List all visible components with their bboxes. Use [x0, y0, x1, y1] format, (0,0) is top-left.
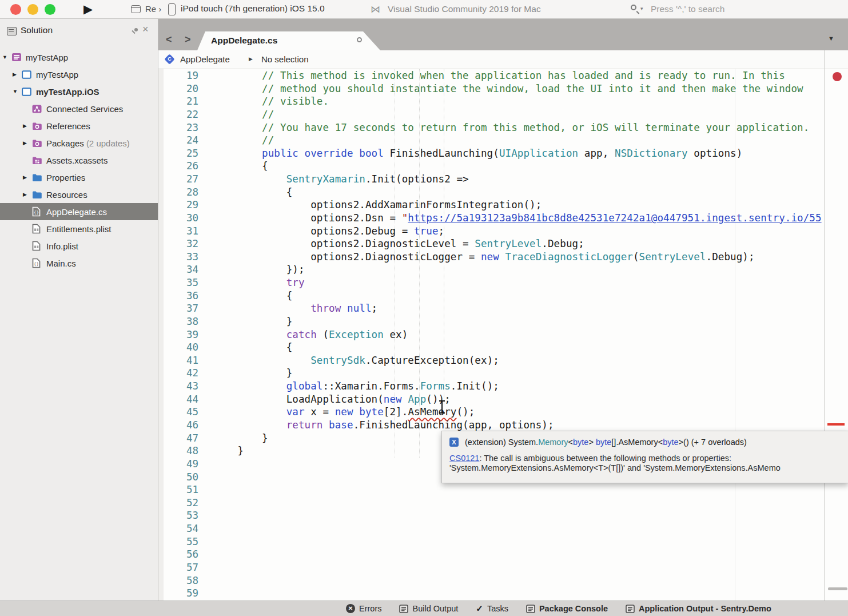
- code-line-52[interactable]: 52: [158, 496, 213, 510]
- code-line-58[interactable]: 58: [158, 574, 213, 587]
- line-number: 50: [158, 471, 198, 484]
- tree-item-packages[interactable]: ▶Packages(2 updates): [0, 134, 158, 152]
- breadcrumb-selection[interactable]: No selection: [261, 54, 309, 64]
- expander-right-icon[interactable]: ▶: [23, 123, 32, 129]
- code-line-30[interactable]: 30 options2.Dsn = "https://5a193123a9b84…: [158, 212, 822, 225]
- line-number: 39: [158, 328, 198, 341]
- line-number: 26: [158, 160, 198, 173]
- code-line-22[interactable]: 22 //: [158, 108, 274, 121]
- expander-right-icon[interactable]: ▶: [23, 174, 32, 180]
- code-line-20[interactable]: 20 // method you should instantiate the …: [158, 82, 803, 96]
- tree-item-label: Assets.xcassets: [46, 156, 108, 165]
- code-line-28[interactable]: 28 {: [158, 186, 292, 199]
- code-line-24[interactable]: 24 //: [158, 134, 274, 147]
- code-line-43[interactable]: 43 global::Xamarin.Forms.Forms.Init();: [158, 380, 499, 393]
- tree-item-properties[interactable]: ▶Properties: [0, 169, 158, 186]
- error-indicator-icon[interactable]: [833, 72, 842, 81]
- tree-item-entitlements-plist[interactable]: Entitlements.plist: [0, 220, 158, 237]
- pin-pad-icon[interactable]: [130, 28, 138, 36]
- tree-item-mytestapp[interactable]: ▼myTestApp: [0, 49, 158, 66]
- expander-right-icon[interactable]: ▶: [23, 140, 32, 146]
- line-number: 56: [158, 548, 198, 561]
- status-item-build-output[interactable]: Build Output: [399, 604, 458, 613]
- code-line-59[interactable]: 59: [158, 587, 213, 600]
- code-line-51[interactable]: 51: [158, 483, 213, 496]
- error-code-link[interactable]: CS0121: [449, 454, 479, 463]
- tree-item-references[interactable]: ▶References: [0, 117, 158, 134]
- code-line-37[interactable]: 37 throw null;: [158, 302, 377, 315]
- code-line-19[interactable]: 19 // This method is invoked when the ap…: [158, 69, 785, 82]
- status-item-application-output-sentry-demo[interactable]: Application Output - Sentry.Demo: [626, 604, 771, 613]
- status-item-tasks[interactable]: ✓Tasks: [476, 603, 508, 614]
- code-line-44[interactable]: 44 LoadApplication(new App());: [158, 393, 451, 406]
- search-input[interactable]: ▾ Press '^,' to search: [629, 3, 846, 16]
- line-number: 24: [158, 134, 198, 147]
- breadcrumb-class[interactable]: AppDelegate: [180, 54, 230, 64]
- tree-item-mytestapp[interactable]: ▶myTestApp: [0, 66, 158, 83]
- expander-down-icon[interactable]: ▼: [2, 54, 11, 60]
- run-configuration-selector[interactable]: Re ›: [145, 4, 161, 14]
- expander-down-icon[interactable]: ▼: [13, 89, 22, 94]
- error-line-marker[interactable]: [827, 423, 845, 426]
- code-line-21[interactable]: 21 // visible.: [158, 95, 329, 108]
- code-line-35[interactable]: 35 try: [158, 276, 305, 289]
- tree-item-connected-services[interactable]: Connected Services: [0, 100, 158, 117]
- close-pad-icon[interactable]: ×: [142, 23, 149, 35]
- project-icon: [22, 88, 36, 96]
- code-line-23[interactable]: 23 // You have 17 seconds to return from…: [158, 121, 809, 134]
- code-line-38[interactable]: 38 }: [158, 315, 292, 328]
- code-line-29[interactable]: 29 options2.AddXamarinFormsIntegration()…: [158, 198, 542, 212]
- code-line-31[interactable]: 31 options2.Debug = true;: [158, 225, 444, 238]
- code-line-27[interactable]: 27 SentryXamarin.Init(options2 =>: [158, 173, 469, 186]
- tree-item-resources[interactable]: ▶Resources: [0, 186, 158, 203]
- expander-right-icon[interactable]: ▶: [13, 71, 22, 77]
- status-item-package-console[interactable]: Package Console: [526, 604, 608, 613]
- tree-item-mytestapp-ios[interactable]: ▼myTestApp.iOS: [0, 83, 158, 100]
- code-line-25[interactable]: 25 public override bool FinishedLaunchin…: [158, 147, 742, 160]
- code-line-57[interactable]: 57: [158, 561, 213, 574]
- run-button[interactable]: ▶: [83, 2, 93, 16]
- code-line-45[interactable]: 45 var x = new byte[2].AsMemory();: [158, 406, 475, 419]
- tree-item-info-plist[interactable]: Info.plist: [0, 237, 158, 255]
- code-line-55[interactable]: 55: [158, 535, 213, 549]
- tree-item-label: Info.plist: [46, 241, 78, 251]
- code-line-26[interactable]: 26 {: [158, 160, 268, 173]
- code-line-40[interactable]: 40 {: [158, 341, 292, 354]
- search-scope-chevron-icon[interactable]: ▾: [640, 6, 643, 11]
- line-number: 58: [158, 574, 198, 587]
- line-number: 48: [158, 444, 198, 458]
- code-line-50[interactable]: 50: [158, 471, 213, 484]
- code-line-39[interactable]: 39 catch (Exception ex): [158, 328, 408, 341]
- code-line-48[interactable]: 48 }: [158, 444, 244, 458]
- tab-overflow-dropdown-icon[interactable]: ▼: [828, 35, 834, 42]
- code-line-49[interactable]: 49: [158, 458, 213, 471]
- close-window-button[interactable]: [10, 4, 21, 15]
- tree-item-main-cs[interactable]: {}Main.cs: [0, 255, 158, 272]
- tree-item-appdelegate-cs[interactable]: {}AppDelegate.cs: [0, 203, 158, 220]
- code-line-32[interactable]: 32 options2.DiagnosticLevel = SentryLeve…: [158, 237, 584, 251]
- code-line-34[interactable]: 34 });: [158, 263, 305, 276]
- tree-item-assets-xcassets[interactable]: Assets.xcassets: [0, 152, 158, 169]
- solution-pad-title: Solution: [21, 25, 53, 35]
- code-line-56[interactable]: 56: [158, 548, 213, 561]
- code-line-53[interactable]: 53: [158, 509, 213, 522]
- expander-right-icon[interactable]: ▶: [23, 192, 32, 197]
- zoom-window-button[interactable]: [45, 4, 55, 15]
- scrollbar-thumb[interactable]: [828, 587, 847, 590]
- status-item-errors[interactable]: ✕Errors: [346, 604, 381, 613]
- code-line-33[interactable]: 33 options2.DiagnosticLogger = new Trace…: [158, 251, 755, 264]
- unsaved-indicator-icon[interactable]: [357, 37, 362, 42]
- code-line-54[interactable]: 54: [158, 522, 213, 535]
- navigate-back-button[interactable]: <: [166, 34, 172, 46]
- code-line-36[interactable]: 36 {: [158, 289, 292, 303]
- code-line-41[interactable]: 41 SentrySdk.CaptureException(ex);: [158, 354, 499, 367]
- solution-icon: [11, 53, 26, 62]
- code-line-47[interactable]: 47 }: [158, 432, 268, 445]
- minimize-window-button[interactable]: [27, 4, 38, 15]
- code-editor[interactable]: 19 // This method is invoked when the ap…: [158, 69, 848, 601]
- code-line-46[interactable]: 46 return base.FinishedLaunching(app, op…: [158, 419, 554, 432]
- navigate-forward-button[interactable]: >: [185, 34, 191, 46]
- code-line-42[interactable]: 42 }: [158, 367, 292, 380]
- tab-appdelegate[interactable]: AppDelegate.cs: [197, 31, 380, 50]
- device-selector[interactable]: iPod touch (7th generation) iOS 15.0: [181, 3, 325, 14]
